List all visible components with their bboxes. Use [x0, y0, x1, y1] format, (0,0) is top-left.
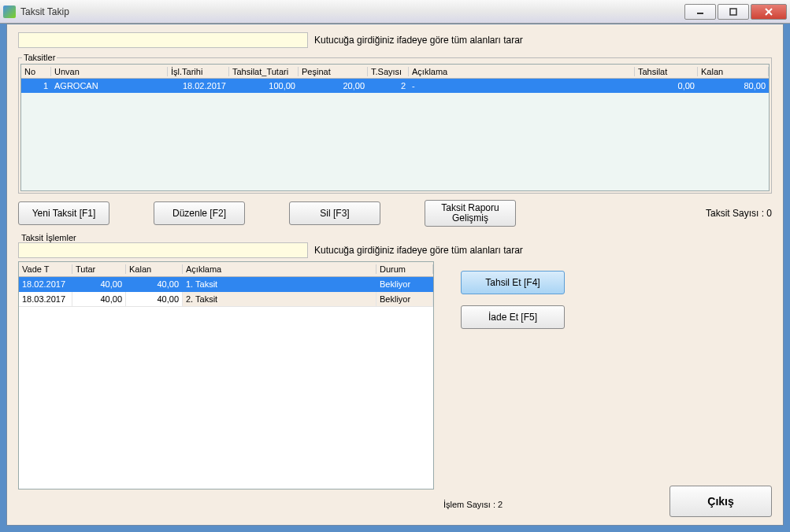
- yeni-taksit-button[interactable]: Yeni Taksit [F1]: [18, 201, 109, 225]
- islemler-grid-wrap: Vade T Tutar Kalan Açıklama Durum 18.02.…: [18, 261, 434, 490]
- islemler-legend: Taksit İşlemler: [20, 233, 78, 242]
- col-tutar2[interactable]: Tutar: [72, 264, 126, 274]
- taksitler-group: Taksitler No Unvan İşl.Tarihi Tahsilat_T…: [18, 53, 772, 194]
- search-hint-taksitler: Kutucuğa girdiğiniz ifadeye göre tüm ala…: [314, 35, 523, 46]
- cell-durum: Bekliyor: [376, 277, 433, 292]
- islemler-header-row: Vade T Tutar Kalan Açıklama Durum: [19, 262, 433, 277]
- cell-aciklama: 2. Taksit: [183, 292, 376, 307]
- table-row[interactable]: 18.03.2017 40,00 40,00 2. Taksit Bekliyo…: [19, 292, 433, 307]
- iade-et-button[interactable]: İade Et [F5]: [461, 305, 565, 329]
- taksitler-header-row: No Unvan İşl.Tarihi Tahsilat_Tutari Peşi…: [21, 65, 769, 79]
- titlebar[interactable]: Taksit Takip: [0, 0, 790, 24]
- search-input-islemler[interactable]: [18, 242, 308, 258]
- search-hint-islemler: Kutucuğa girdiğiniz ifadeye göre tüm ala…: [314, 245, 523, 256]
- cell-tutar: 40,00: [72, 277, 126, 292]
- close-button[interactable]: [751, 4, 787, 20]
- cell-aciklama: -: [409, 81, 635, 91]
- cell-tutar: 40,00: [72, 292, 126, 307]
- taksit-islemler-group: Taksit İşlemler Kutucuğa girdiğiniz ifad…: [18, 233, 772, 490]
- col-tahsilat-tutari[interactable]: Tahsilat_Tutari: [229, 67, 299, 76]
- cell-pesinat: 20,00: [299, 81, 368, 91]
- maximize-button[interactable]: [718, 4, 749, 20]
- cell-unvan: AGROCAN: [51, 81, 168, 91]
- cikis-button[interactable]: Çıkış: [669, 486, 772, 517]
- col-no[interactable]: No: [21, 67, 51, 76]
- cell-tsayi: 2: [368, 81, 409, 91]
- col-tahsilat[interactable]: Tahsilat: [635, 67, 698, 76]
- col-isl-tarihi[interactable]: İşl.Tarihi: [168, 67, 229, 76]
- col-aciklama[interactable]: Açıklama: [409, 67, 635, 76]
- cell-vade: 18.02.2017: [19, 277, 72, 292]
- col-kalan[interactable]: Kalan: [698, 67, 769, 76]
- table-row[interactable]: 18.02.2017 40,00 40,00 1. Taksit Bekliyo…: [19, 277, 433, 292]
- search-row-islemler: Kutucuğa girdiğiniz ifadeye göre tüm ala…: [18, 242, 772, 258]
- minimize-button[interactable]: [684, 4, 716, 20]
- tahsil-et-button[interactable]: Tahsil Et [F4]: [461, 271, 565, 294]
- islem-sayisi-label: İşlem Sayısı : 2: [443, 500, 503, 509]
- taksitler-buttons: Yeni Taksit [F1] Düzenle [F2] Sil [F3] T…: [18, 200, 772, 227]
- taksit-raporu-button[interactable]: Taksit Raporu Gelişmiş: [425, 200, 516, 227]
- col-kalan2[interactable]: Kalan: [126, 264, 183, 274]
- cell-aciklama: 1. Taksit: [183, 277, 376, 292]
- cell-no: 1: [21, 81, 51, 91]
- svg-rect-1: [730, 9, 736, 15]
- col-aciklama2[interactable]: Açıklama: [183, 264, 376, 274]
- col-t-sayisi[interactable]: T.Sayısı: [368, 67, 409, 76]
- duzenle-button[interactable]: Düzenle [F2]: [154, 201, 245, 225]
- exit-row: Çıkış: [669, 486, 772, 517]
- content: Kutucuğa girdiğiniz ifadeye göre tüm ala…: [18, 32, 772, 517]
- islemler-body: Vade T Tutar Kalan Açıklama Durum 18.02.…: [18, 261, 772, 490]
- cell-durum: Bekliyor: [376, 292, 433, 307]
- islemler-side-buttons: Tahsil Et [F4] İade Et [F5]: [461, 261, 565, 490]
- client-area: Kutucuğa girdiğiniz ifadeye göre tüm ala…: [6, 24, 784, 526]
- cell-kalan: 80,00: [698, 81, 769, 91]
- window-controls: [683, 4, 787, 20]
- sil-button[interactable]: Sil [F3]: [289, 201, 380, 225]
- window-title: Taksit Takip: [20, 6, 683, 17]
- search-input-taksitler[interactable]: [18, 32, 308, 48]
- taksit-sayisi-label: Taksit Sayısı : 0: [706, 208, 772, 219]
- cell-tutar: 100,00: [229, 81, 299, 91]
- islemler-grid[interactable]: Vade T Tutar Kalan Açıklama Durum 18.02.…: [18, 261, 434, 490]
- col-pesinat[interactable]: Peşinat: [299, 67, 368, 76]
- col-durum[interactable]: Durum: [376, 264, 433, 274]
- app-icon: [3, 6, 16, 18]
- col-unvan[interactable]: Unvan: [51, 67, 168, 76]
- rapor-line2: Gelişmiş: [452, 213, 488, 224]
- cell-kalan: 40,00: [126, 292, 183, 307]
- col-vade[interactable]: Vade T: [19, 264, 72, 274]
- cell-kalan: 40,00: [126, 277, 183, 292]
- cell-tahsilat: 0,00: [635, 81, 698, 91]
- cell-tarih: 18.02.2017: [168, 81, 229, 91]
- app-window: Taksit Takip Kutucuğa girdiğiniz ifadeye…: [0, 0, 790, 532]
- taksitler-grid[interactable]: No Unvan İşl.Tarihi Tahsilat_Tutari Peşi…: [20, 64, 770, 191]
- search-row-taksitler: Kutucuğa girdiğiniz ifadeye göre tüm ala…: [18, 32, 772, 48]
- cell-vade: 18.03.2017: [19, 292, 72, 307]
- taksitler-legend: Taksitler: [22, 53, 57, 62]
- table-row[interactable]: 1 AGROCAN 18.02.2017 100,00 20,00 2 - 0,…: [21, 79, 769, 93]
